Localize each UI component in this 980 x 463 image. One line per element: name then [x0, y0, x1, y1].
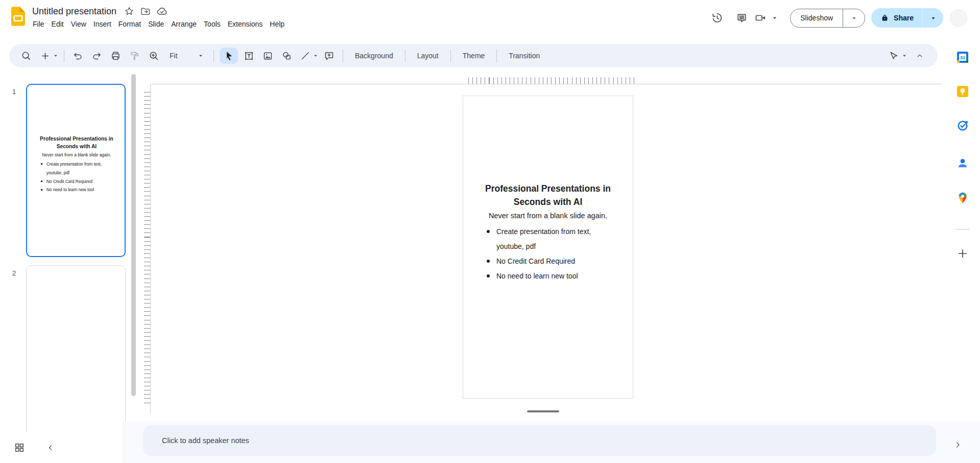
speaker-notes-input[interactable]: Click to add speaker notes: [143, 425, 936, 456]
avatar[interactable]: [950, 9, 967, 27]
bullet-item: Create presentation from text, youtube, …: [41, 160, 116, 177]
slide-thumbnail-2[interactable]: [26, 265, 126, 432]
insert-line-button[interactable]: [298, 48, 313, 64]
new-slide-dropdown[interactable]: [52, 52, 59, 59]
slide-body[interactable]: Create presentation from text, youtube, …: [487, 224, 615, 284]
canvas-scrollbar[interactable]: [527, 410, 559, 412]
filmstrip: 1 Professional Presentations in Seconds …: [0, 69, 137, 432]
meet-button[interactable]: [755, 12, 779, 24]
chevron-down-icon: [929, 14, 937, 22]
zoom-button[interactable]: [146, 48, 162, 64]
menu-item-slide[interactable]: Slide: [145, 18, 168, 30]
menu-item-view[interactable]: View: [67, 18, 90, 30]
redo-button[interactable]: [89, 48, 105, 64]
menu-item-extensions[interactable]: Extensions: [224, 18, 266, 30]
menu-item-format[interactable]: Format: [115, 18, 145, 30]
zoom-in-icon: [148, 50, 159, 61]
bullet-item: No need to learn new tool: [41, 186, 116, 194]
maps-button[interactable]: [956, 191, 969, 204]
chevron-down-icon: [312, 52, 319, 59]
share-dropdown[interactable]: [923, 8, 943, 28]
toolbar-separator: [450, 50, 451, 62]
image-icon: [262, 51, 273, 61]
transition-button[interactable]: Transition: [501, 48, 547, 64]
chevron-down-icon: [901, 52, 908, 59]
collapse-toolbar-button[interactable]: [913, 48, 927, 64]
text-box-button[interactable]: [241, 48, 257, 64]
ruler-horizontal-line: [151, 84, 942, 84]
zoom-select[interactable]: Fit: [163, 48, 209, 64]
new-slide-button[interactable]: [37, 48, 53, 64]
move-folder-icon[interactable]: [140, 6, 151, 17]
share-label: Share: [894, 14, 914, 22]
filmstrip-footer: [0, 432, 123, 463]
pen-tool-button[interactable]: [886, 48, 902, 64]
layout-button[interactable]: Layout: [410, 48, 446, 64]
expand-side-panel-button[interactable]: [953, 440, 963, 450]
menu-item-edit[interactable]: Edit: [48, 18, 67, 30]
filmstrip-scrollbar[interactable]: [131, 74, 136, 396]
version-history-button[interactable]: [707, 8, 727, 28]
meet-icon: [755, 12, 767, 24]
print-icon: [110, 51, 121, 61]
slides-logo[interactable]: [11, 7, 25, 28]
menu-item-arrange[interactable]: Arrange: [168, 18, 200, 30]
menu-item-tools[interactable]: Tools: [200, 18, 224, 30]
slideshow-button[interactable]: Slideshow: [790, 9, 865, 28]
undo-icon: [73, 51, 83, 61]
theme-button[interactable]: Theme: [455, 48, 493, 64]
star-icon[interactable]: [124, 6, 134, 16]
get-addons-button[interactable]: [957, 247, 969, 260]
slide-thumbnail-1[interactable]: Professional Presentations in Seconds wi…: [26, 84, 126, 257]
toolbar-separator: [213, 50, 214, 62]
cloud-status-icon[interactable]: [156, 6, 168, 17]
meet-dropdown[interactable]: [771, 14, 779, 22]
contacts-button[interactable]: [956, 156, 969, 170]
keep-button[interactable]: [956, 85, 969, 98]
toolbar-separator: [496, 50, 497, 62]
share-button[interactable]: Share: [871, 8, 943, 28]
menu-item-help[interactable]: Help: [266, 18, 288, 30]
chevron-down-icon: [197, 52, 204, 59]
slide-title[interactable]: Professional Presentations in Seconds wi…: [471, 182, 625, 209]
pen-icon: [889, 51, 899, 61]
speaker-notes-placeholder: Click to add speaker notes: [162, 436, 249, 445]
menu-item-insert[interactable]: Insert: [90, 18, 115, 30]
menu-bar: File Edit View Insert Format Slide Arran…: [29, 18, 288, 30]
background-button[interactable]: Background: [347, 48, 401, 64]
select-tool-button[interactable]: [220, 48, 238, 64]
comment-add-icon: [324, 51, 334, 61]
calendar-button[interactable]: 31: [956, 51, 969, 64]
paint-format-button[interactable]: [127, 48, 142, 64]
bullet-dot: [487, 230, 490, 233]
slideshow-dropdown[interactable]: [843, 9, 865, 27]
pen-tool-dropdown[interactable]: [901, 52, 908, 59]
document-title[interactable]: Untitled presentation: [30, 6, 118, 17]
line-icon: [300, 51, 310, 61]
menu-item-file[interactable]: File: [29, 18, 48, 30]
bullet-dot: [41, 189, 43, 191]
insert-comment-button[interactable]: [321, 48, 337, 64]
chevron-up-icon: [915, 51, 924, 60]
insert-image-button[interactable]: [260, 48, 276, 64]
print-button[interactable]: [108, 48, 124, 64]
tasks-button[interactable]: [956, 119, 969, 132]
contacts-icon: [956, 156, 969, 170]
ruler-horizontal: [468, 77, 634, 84]
insert-shape-button[interactable]: [279, 48, 295, 64]
insert-line-dropdown[interactable]: [312, 52, 319, 59]
grid-view-button[interactable]: [14, 442, 25, 453]
keep-icon: [956, 85, 969, 98]
slide-canvas[interactable]: Professional Presentations in Seconds wi…: [463, 96, 633, 399]
tasks-icon: [956, 119, 969, 132]
undo-button[interactable]: [70, 48, 86, 64]
slideshow-label[interactable]: Slideshow: [791, 9, 843, 27]
comments-button[interactable]: [731, 8, 752, 28]
chevron-right-icon: [953, 440, 963, 450]
bullet-item: No Credit Card Required: [41, 177, 116, 186]
ruler-vertical: [144, 92, 150, 404]
search-button[interactable]: [18, 48, 34, 64]
slide-subtitle[interactable]: Never start from a blank slide again.: [463, 212, 633, 220]
collapse-filmstrip-button[interactable]: [46, 443, 55, 452]
bullet-dot: [41, 180, 43, 182]
